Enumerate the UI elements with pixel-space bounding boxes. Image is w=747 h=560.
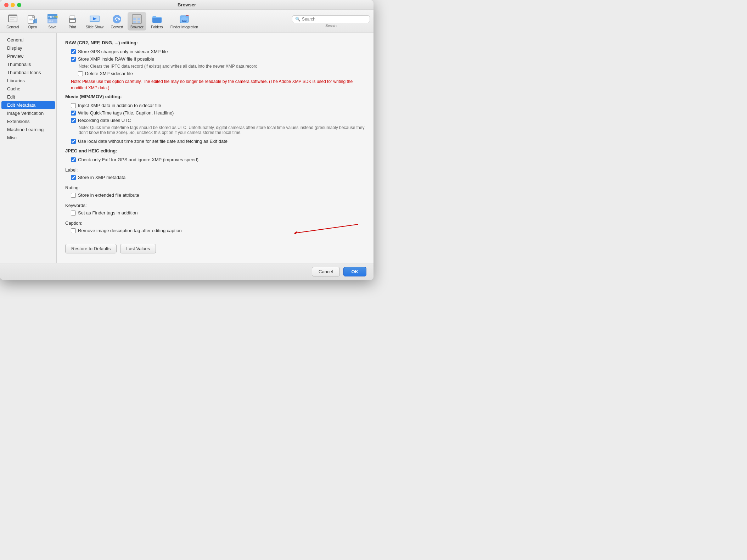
sidebar-item-misc[interactable]: Misc bbox=[1, 134, 55, 142]
sidebar-item-image-verification[interactable]: Image Verification bbox=[1, 109, 55, 117]
inject-xmp-label: Inject XMP data in addition to sidecar f… bbox=[78, 103, 161, 108]
svg-rect-17 bbox=[70, 16, 75, 18]
toolbar-save-label: Save bbox=[49, 25, 57, 29]
search-input[interactable] bbox=[302, 17, 367, 22]
recording-utc-label: Recording date uses UTC bbox=[78, 118, 131, 123]
sidebar-item-thumbnail-icons[interactable]: Thumbnail Icons bbox=[1, 68, 55, 77]
cancel-button[interactable]: Cancel bbox=[312, 267, 339, 276]
toolbar-convert-label: Convert bbox=[111, 25, 123, 29]
titlebar: Browser bbox=[0, 0, 374, 10]
sidebar: General Display Preview Thumbnails Thumb… bbox=[0, 33, 57, 263]
store-xmp-meta-row: Store in XMP metadata bbox=[71, 175, 365, 180]
local-date-row: Use local date without time zone for set… bbox=[71, 139, 365, 144]
local-date-label: Use local date without time zone for set… bbox=[78, 139, 228, 144]
store-gps-checkbox[interactable] bbox=[71, 49, 76, 54]
svg-rect-18 bbox=[74, 18, 75, 19]
folders-icon bbox=[151, 13, 163, 25]
svg-rect-1 bbox=[9, 15, 17, 16]
footer: Cancel OK bbox=[0, 263, 374, 280]
store-xmp-label: Store XMP inside RAW file if possible bbox=[78, 56, 154, 62]
toolbar-slideshow[interactable]: Slide Show bbox=[83, 12, 106, 30]
svg-rect-27 bbox=[137, 18, 140, 20]
sidebar-item-thumbnails[interactable]: Thumbnails bbox=[1, 60, 55, 68]
sidebar-item-edit-metadata[interactable]: Edit Metadata bbox=[1, 101, 55, 109]
content-area: RAW (CR2, NEF, DNG, ...) editing: Store … bbox=[57, 33, 374, 263]
close-button[interactable] bbox=[4, 3, 9, 7]
maximize-button[interactable] bbox=[17, 3, 21, 7]
remove-image-desc-checkbox[interactable] bbox=[71, 228, 76, 233]
raw-section-title: RAW (CR2, NEF, DNG, ...) editing: bbox=[65, 40, 365, 45]
last-values-button[interactable]: Last Values bbox=[120, 244, 156, 253]
sidebar-item-general[interactable]: General bbox=[1, 36, 55, 44]
toolbar-finder-label: Finder Integration bbox=[170, 25, 198, 29]
toolbar-slideshow-label: Slide Show bbox=[86, 25, 103, 29]
svg-rect-16 bbox=[70, 20, 75, 22]
write-quicktime-checkbox[interactable] bbox=[71, 111, 76, 116]
toolbar-browser-label: Browser bbox=[130, 25, 144, 29]
sidebar-item-preview[interactable]: Preview bbox=[1, 52, 55, 60]
search-label: Search bbox=[325, 24, 337, 28]
toolbar-print[interactable]: Print bbox=[63, 12, 82, 30]
store-extended-label: Store in extended file attribute bbox=[78, 192, 139, 198]
sidebar-item-machine-learning[interactable]: Machine Learning bbox=[1, 125, 55, 134]
write-quicktime-label: Write QuickTime tags (Title, Caption, He… bbox=[78, 110, 174, 116]
remove-image-desc-label: Remove image description tag after editi… bbox=[78, 228, 182, 233]
store-extended-row: Store in extended file attribute bbox=[71, 192, 365, 198]
toolbar-convert[interactable]: Convert bbox=[108, 12, 126, 30]
sidebar-item-edit[interactable]: Edit bbox=[1, 93, 55, 101]
inject-xmp-row: Inject XMP data in addition to sidecar f… bbox=[71, 103, 365, 108]
inject-xmp-checkbox[interactable] bbox=[71, 103, 76, 108]
toolbar-save[interactable]: TIFF JPG PNG Save bbox=[43, 12, 62, 30]
svg-rect-26 bbox=[133, 18, 136, 20]
store-xmp-meta-checkbox[interactable] bbox=[71, 175, 76, 180]
finder-tags-checkbox[interactable] bbox=[71, 211, 76, 215]
store-extended-checkbox[interactable] bbox=[71, 193, 76, 198]
minimize-button[interactable] bbox=[11, 3, 15, 7]
write-quicktime-row: Write QuickTime tags (Title, Caption, He… bbox=[71, 110, 365, 116]
toolbar-folders[interactable]: Folders bbox=[148, 12, 166, 30]
toolbar-open[interactable]: Open bbox=[23, 12, 42, 30]
svg-rect-29 bbox=[137, 21, 140, 23]
sidebar-item-extensions[interactable]: Extensions bbox=[1, 117, 55, 125]
check-exif-checkbox[interactable] bbox=[71, 157, 76, 162]
print-icon bbox=[67, 13, 78, 25]
convert-icon bbox=[111, 13, 123, 25]
toolbar-browser[interactable]: Browser bbox=[128, 12, 146, 30]
svg-rect-28 bbox=[133, 21, 136, 23]
movie-note: Note: QuickTime date/time tags should be… bbox=[79, 125, 365, 135]
check-exif-label: Check only Exif for GPS and ignore XMP (… bbox=[78, 157, 198, 162]
search-icon: 🔍 bbox=[295, 17, 301, 22]
delete-xmp-checkbox[interactable] bbox=[78, 71, 83, 76]
delete-xmp-label: Delete XMP sidecar file bbox=[85, 71, 133, 76]
ok-button[interactable]: OK bbox=[343, 267, 367, 276]
recording-utc-row: Recording date uses UTC bbox=[71, 118, 365, 123]
restore-defaults-button[interactable]: Restore to Defaults bbox=[65, 244, 117, 253]
browser-icon bbox=[131, 13, 142, 25]
sidebar-item-cache[interactable]: Cache bbox=[1, 85, 55, 93]
search-box[interactable]: 🔍 bbox=[292, 15, 370, 23]
finder-tags-row: Set as Finder tags in addition bbox=[71, 210, 365, 215]
toolbar-general[interactable]: General bbox=[4, 12, 22, 30]
toolbar-open-label: Open bbox=[28, 25, 37, 29]
sidebar-item-libraries[interactable]: Libraries bbox=[1, 77, 55, 85]
rating-section-title: Rating: bbox=[65, 185, 365, 190]
recording-utc-checkbox[interactable] bbox=[71, 118, 76, 123]
sidebar-item-display[interactable]: Display bbox=[1, 44, 55, 52]
store-xmp-row: Store XMP inside RAW file if possible bbox=[71, 56, 365, 62]
store-xmp-checkbox[interactable] bbox=[71, 57, 76, 62]
store-gps-row: Store GPS changes only in sidecar XMP fi… bbox=[71, 49, 365, 54]
toolbar-print-label: Print bbox=[69, 25, 76, 29]
svg-text:JPG: JPG bbox=[53, 16, 58, 18]
local-date-checkbox[interactable] bbox=[71, 139, 76, 144]
main-area: General Display Preview Thumbnails Thumb… bbox=[0, 33, 374, 263]
toolbar-finder[interactable]: EXT Finder Integration bbox=[168, 12, 201, 30]
caption-section-title: Caption: bbox=[65, 220, 365, 226]
toolbar: General Open TIFF JPG PNG Save Print Sli… bbox=[0, 10, 374, 33]
slideshow-icon bbox=[89, 13, 100, 25]
remove-image-desc-row: Remove image description tag after editi… bbox=[71, 228, 365, 233]
raw-warning: Note: Please use this option carefully. … bbox=[71, 78, 365, 91]
svg-marker-5 bbox=[33, 16, 34, 18]
finder-tags-label: Set as Finder tags in addition bbox=[78, 210, 137, 215]
store-gps-label: Store GPS changes only in sidecar XMP fi… bbox=[78, 49, 168, 54]
store-xmp-note: Note: Clears the IPTC data record (if ex… bbox=[79, 64, 365, 69]
